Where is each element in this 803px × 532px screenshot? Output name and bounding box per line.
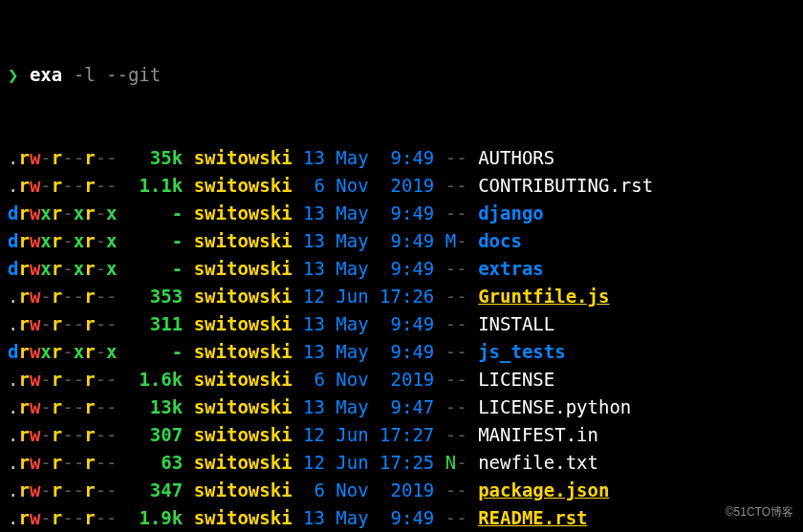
file-date: 12 Jun 17:25 <box>303 452 434 473</box>
file-listing: .rw-r--r-- 35k switowski 13 May 9:49 -- … <box>8 144 795 532</box>
file-name: Gruntfile.js <box>478 286 609 307</box>
git-status: -- <box>445 202 467 223</box>
file-owner: switowski <box>194 202 293 223</box>
file-date: 13 May 9:49 <box>303 507 434 528</box>
prompt-caret: ❯ <box>8 64 18 85</box>
file-size: 311 <box>128 310 183 338</box>
file-size: 35k <box>128 144 183 172</box>
git-status: M- <box>445 230 467 251</box>
file-date: 6 Nov 2019 <box>303 175 434 196</box>
perms: .rw-r--r-- <box>8 175 118 196</box>
file-date: 13 May 9:47 <box>303 396 434 417</box>
list-item: .rw-r--r-- 1.9k switowski 13 May 9:49 --… <box>8 504 795 532</box>
git-status: N- <box>445 452 467 473</box>
file-name: newfile.txt <box>478 452 598 473</box>
perms: .rw-r--r-- <box>8 286 118 307</box>
list-item: .rw-r--r-- 35k switowski 13 May 9:49 -- … <box>8 144 795 172</box>
perms: .rw-r--r-- <box>8 452 118 473</box>
git-status: -- <box>445 175 467 196</box>
file-date: 13 May 9:49 <box>303 313 434 334</box>
list-item: .rw-r--r-- 353 switowski 12 Jun 17:26 --… <box>8 283 795 310</box>
file-name: LICENSE <box>478 369 554 390</box>
file-owner: switowski <box>194 230 293 251</box>
file-name: LICENSE.python <box>478 396 631 417</box>
command-args: -l --git <box>74 64 162 85</box>
file-date: 13 May 9:49 <box>303 202 434 223</box>
file-owner: switowski <box>194 396 293 417</box>
file-owner: switowski <box>194 258 293 279</box>
git-status: -- <box>445 258 467 279</box>
file-size: 13k <box>128 394 183 421</box>
file-owner: switowski <box>194 147 293 168</box>
perms: .rw-r--r-- <box>8 507 118 528</box>
file-date: 6 Nov 2019 <box>303 369 434 390</box>
file-owner: switowski <box>194 479 293 500</box>
list-item: drwxr-xr-x - switowski 13 May 9:49 M- do… <box>8 227 795 255</box>
file-owner: switowski <box>194 424 293 445</box>
file-date: 6 Nov 2019 <box>303 479 434 500</box>
file-name: INSTALL <box>478 313 554 334</box>
list-item: .rw-r--r-- 311 switowski 13 May 9:49 -- … <box>8 310 795 338</box>
list-item: .rw-r--r-- 307 switowski 12 Jun 17:27 --… <box>8 421 795 449</box>
file-size: 1.1k <box>128 172 183 200</box>
git-status: -- <box>445 369 467 390</box>
prompt-line[interactable]: ❯ exa -l --git <box>8 61 795 89</box>
file-size: - <box>128 255 183 283</box>
git-status: -- <box>445 286 467 307</box>
git-status: -- <box>445 479 467 500</box>
git-status: -- <box>445 147 467 168</box>
list-item: .rw-r--r-- 347 switowski 6 Nov 2019 -- p… <box>8 477 795 504</box>
file-owner: switowski <box>194 452 293 473</box>
file-size: 63 <box>128 449 183 477</box>
command-name: exa <box>30 64 62 85</box>
file-size: - <box>128 200 183 227</box>
file-date: 13 May 9:49 <box>303 147 434 168</box>
list-item: .rw-r--r-- 13k switowski 13 May 9:47 -- … <box>8 394 795 421</box>
perms: drwxr-xr-x <box>8 202 118 223</box>
file-date: 13 May 9:49 <box>303 258 434 279</box>
perms: .rw-r--r-- <box>8 369 118 390</box>
git-status: -- <box>445 341 467 362</box>
file-owner: switowski <box>194 507 293 528</box>
perms: drwxr-xr-x <box>8 258 118 279</box>
list-item: drwxr-xr-x - switowski 13 May 9:49 -- dj… <box>8 200 795 227</box>
file-size: - <box>128 338 183 366</box>
file-owner: switowski <box>194 175 293 196</box>
file-name: django <box>478 202 544 223</box>
file-name: CONTRIBUTING.rst <box>478 175 653 196</box>
file-name: MANIFEST.in <box>478 424 598 445</box>
file-date: 12 Jun 17:27 <box>303 424 434 445</box>
file-name: docs <box>478 230 522 251</box>
file-size: 347 <box>128 477 183 504</box>
file-size: - <box>128 227 183 255</box>
list-item: .rw-r--r-- 1.1k switowski 6 Nov 2019 -- … <box>8 172 795 200</box>
file-owner: switowski <box>194 286 293 307</box>
perms: drwxr-xr-x <box>8 341 118 362</box>
perms: .rw-r--r-- <box>8 424 118 445</box>
list-item: .rw-r--r-- 63 switowski 12 Jun 17:25 N- … <box>8 449 795 477</box>
watermark-text: ©51CTO博客 <box>726 499 793 526</box>
perms: .rw-r--r-- <box>8 147 118 168</box>
file-size: 1.9k <box>128 504 183 532</box>
git-status: -- <box>445 396 467 417</box>
file-owner: switowski <box>194 369 293 390</box>
list-item: drwxr-xr-x - switowski 13 May 9:49 -- js… <box>8 338 795 366</box>
file-size: 353 <box>128 283 183 310</box>
file-date: 12 Jun 17:26 <box>303 286 434 307</box>
git-status: -- <box>445 424 467 445</box>
file-date: 13 May 9:49 <box>303 341 434 362</box>
list-item: .rw-r--r-- 1.6k switowski 6 Nov 2019 -- … <box>8 366 795 394</box>
file-name: package.json <box>478 479 609 500</box>
file-name: js_tests <box>478 341 566 362</box>
file-owner: switowski <box>194 313 293 334</box>
terminal-output: ❯ exa -l --git .rw-r--r-- 35k switowski … <box>0 0 803 532</box>
file-date: 13 May 9:49 <box>303 230 434 251</box>
file-size: 1.6k <box>128 366 183 394</box>
git-status: -- <box>445 313 467 334</box>
file-name: extras <box>478 258 544 279</box>
file-name: AUTHORS <box>478 147 554 168</box>
perms: .rw-r--r-- <box>8 396 118 417</box>
file-name: README.rst <box>478 507 587 528</box>
perms: .rw-r--r-- <box>8 479 118 500</box>
file-owner: switowski <box>194 341 293 362</box>
